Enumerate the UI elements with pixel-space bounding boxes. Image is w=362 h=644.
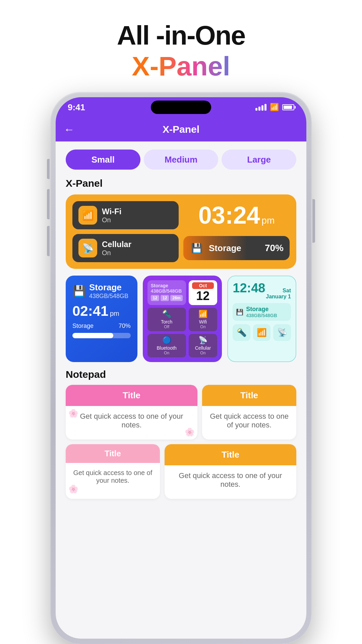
notepad-label: Notepad: [66, 369, 296, 380]
wifi-mini-icon: 📶: [198, 310, 207, 318]
page-header: All -in-One X-Panel: [117, 20, 245, 82]
clock-display: 03:24 pm: [183, 201, 290, 229]
wp-bt-label: Bluetooth: [157, 345, 177, 351]
wt-wifi-btn[interactable]: 📶: [253, 324, 271, 341]
header-title: All -in-One: [117, 20, 245, 51]
note-title-2: Title: [202, 385, 296, 406]
note-title-4: Title: [165, 444, 296, 465]
xpanel-label: X-Panel: [66, 178, 296, 189]
note-card-pink-small: Title 🌸 Get quick access to one of your …: [66, 444, 160, 499]
signal-icon: [255, 104, 266, 111]
wp-wifi-status: On: [200, 325, 205, 329]
wifi-status-icon: 📶: [270, 103, 279, 112]
note-body-4: Get quick access to one of your notes.: [165, 465, 296, 499]
wt-cellular-btn[interactable]: 📡: [273, 324, 291, 341]
widget-teal: 12:48 Sat January 1 💾 Storage 438GB/548G…: [227, 276, 296, 362]
signal-bar-3: [261, 105, 263, 111]
wp-cellular-btn[interactable]: 📡 Cellular On: [189, 334, 218, 357]
nav-bar: ← X-Panel: [56, 117, 306, 141]
note-body-2: Get quick access to one of your notes.: [202, 406, 296, 440]
wp-cal-month: Oct: [192, 282, 214, 289]
wb-storage-icon: 💾: [72, 285, 86, 297]
wb-title-group: Storage 438GB/548GB: [89, 282, 128, 300]
back-button[interactable]: ←: [64, 123, 74, 136]
silent-button: [47, 159, 50, 179]
signal-bar-4: [264, 104, 266, 111]
nav-title: X-Panel: [163, 124, 199, 135]
battery-fill: [284, 106, 292, 109]
widget-purple: Storage 438GB/548GB 12 12 26m Oct 12: [143, 276, 222, 362]
wt-storage-icon: 💾: [236, 308, 243, 316]
wp-torch-btn[interactable]: 🔦 Torch Off: [147, 308, 186, 331]
wb-bar-fill: [72, 333, 113, 338]
wifi-toggle-text: Wi-Fi On: [102, 207, 121, 224]
wt-time-row: 12:48 Sat January 1: [233, 281, 291, 300]
flower-icon-3: 🌸: [68, 484, 78, 494]
storage-icon: 💾: [189, 241, 204, 255]
cellular-mini-icon: 📡: [198, 336, 207, 345]
wifi-toggle[interactable]: 📶 Wi-Fi On: [72, 201, 179, 229]
wb-header: 💾 Storage 438GB/548GB: [72, 282, 131, 300]
wb-bar-row: Storage 70%: [72, 323, 131, 330]
notepad-row-2: Title 🌸 Get quick access to one of your …: [66, 444, 296, 499]
main-xpanel-widget: 📶 Wi-Fi On 03:24 pm 📡: [66, 194, 296, 269]
wp-calendar: Oct 12: [189, 280, 218, 305]
dynamic-island: [151, 101, 211, 114]
note-card-yellow-tall: Title Get quick access to one of your no…: [165, 444, 296, 499]
signal-bar-2: [258, 107, 260, 111]
wp-storage-label: Storage 438GB/548GB 12 12 26m: [147, 280, 186, 305]
torch-icon: 🔦: [162, 310, 171, 318]
phone-frame: 9:41 📶 ←: [50, 92, 312, 644]
signal-bar-1: [255, 108, 257, 111]
status-time: 9:41: [68, 102, 85, 113]
volume-up-button: [47, 189, 50, 219]
status-icons: 📶: [255, 103, 294, 112]
size-tab-group: Small Medium Large: [66, 150, 296, 170]
cellular-toggle-icon: 📡: [78, 239, 97, 257]
phone-mockup: 9:41 📶 ←: [50, 92, 312, 644]
wp-bluetooth-btn[interactable]: 🔵 Bluetooth On: [147, 334, 186, 357]
wp-cal-day: 12: [196, 289, 209, 303]
wt-icon-row: 🔦 📶 📡: [233, 324, 291, 341]
widgets-row: 💾 Storage 438GB/548GB 02:41 pm Storage: [66, 276, 296, 362]
power-button: [312, 199, 315, 243]
wp-cell-status: On: [200, 351, 205, 355]
note-card-yellow-wide: Title Get quick access to one of your no…: [202, 385, 296, 440]
tab-medium[interactable]: Medium: [144, 150, 219, 170]
note-body-1: 🌸 Get quick access to one of your notes.…: [66, 406, 197, 440]
header-subtitle: X-Panel: [117, 51, 245, 82]
wp-wifi-btn[interactable]: 📶 Wifi On: [189, 308, 218, 331]
bluetooth-icon: 🔵: [162, 336, 171, 345]
wt-storage-btn[interactable]: 💾 Storage 438GB/548GB: [233, 303, 291, 321]
widget-blue-storage: 💾 Storage 438GB/548GB 02:41 pm Storage: [66, 276, 137, 362]
wt-date: Sat January 1: [266, 288, 291, 300]
wp-wifi-label: Wifi: [199, 319, 207, 325]
notepad-section: Notepad Title 🌸 Get quick access to one …: [66, 369, 296, 499]
flower-icon: 🌸: [68, 409, 78, 418]
phone-screen: 9:41 📶 ←: [56, 97, 306, 639]
volume-down-button: [47, 226, 50, 256]
note-card-pink-wide: Title 🌸 Get quick access to one of your …: [66, 385, 197, 440]
content-area: Small Medium Large X-Panel 📶 Wi-Fi On: [56, 141, 306, 504]
battery-icon: [282, 104, 294, 110]
wp-cell-label: Cellular: [195, 345, 211, 351]
status-bar: 9:41 📶: [56, 97, 306, 117]
notepad-row-1: Title 🌸 Get quick access to one of your …: [66, 385, 296, 440]
cellular-toggle[interactable]: 📡 Cellular On: [72, 234, 179, 262]
wt-storage-info: Storage 438GB/548GB: [246, 306, 277, 318]
note-title-3: Title: [66, 444, 160, 463]
wp-bt-status: On: [164, 351, 169, 355]
wb-time-display: 02:41 pm: [72, 303, 131, 319]
wt-torch-btn[interactable]: 🔦: [233, 324, 250, 341]
storage-toggle[interactable]: 💾 Storage 70%: [183, 236, 290, 260]
tab-small[interactable]: Small: [66, 150, 140, 170]
wifi-toggle-icon: 📶: [78, 206, 97, 225]
tab-large[interactable]: Large: [222, 150, 296, 170]
note-title-1: Title: [66, 385, 197, 406]
note-body-3: 🌸 Get quick access to one of your notes.: [66, 463, 160, 496]
wp-torch-label: Torch: [161, 319, 172, 325]
flower-icon-2: 🌸: [185, 427, 195, 437]
cellular-toggle-text: Cellular On: [102, 240, 131, 257]
wp-torch-status: Off: [164, 325, 169, 329]
wb-progress-bar: [72, 333, 131, 338]
